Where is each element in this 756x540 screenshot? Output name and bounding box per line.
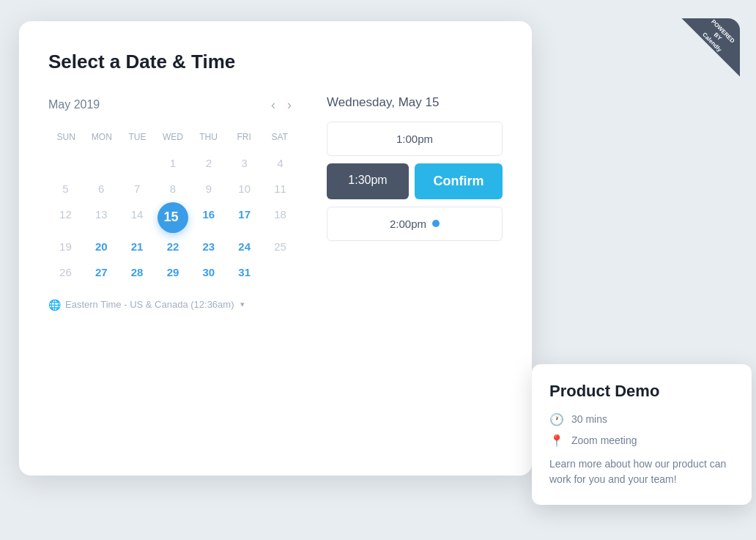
time-slot-1-30pm-selected[interactable]: 1:30pm <box>327 163 409 199</box>
demo-description: Learn more about how our product can wor… <box>549 456 734 487</box>
demo-location-row: 📍 Zoom meeting <box>549 434 734 448</box>
day-cell-11: 11 <box>263 177 297 201</box>
month-label: May 2019 <box>48 98 265 111</box>
day-cell-27[interactable]: 27 <box>84 260 119 284</box>
day-cell-18: 18 <box>263 202 297 233</box>
weekday-thu: THU <box>190 129 226 145</box>
day-cell-29[interactable]: 29 <box>156 260 190 284</box>
calendar-layout: May 2019 ‹ › SUN MON TUE WED THU FRI SAT <box>48 95 503 311</box>
day-cell-10: 10 <box>227 177 262 201</box>
calendar-left: May 2019 ‹ › SUN MON TUE WED THU FRI SAT <box>48 95 297 311</box>
slot-dot-indicator <box>432 220 440 227</box>
day-cell-empty <box>84 151 119 175</box>
demo-card: Product Demo 🕐 30 mins 📍 Zoom meeting Le… <box>532 364 752 505</box>
day-cell-22[interactable]: 22 <box>156 234 190 259</box>
demo-title: Product Demo <box>549 382 734 401</box>
weekday-mon: MON <box>84 129 120 145</box>
weekdays-row: SUN MON TUE WED THU FRI SAT <box>48 129 297 145</box>
timezone-dropdown-icon: ▾ <box>240 300 245 309</box>
day-cell-28[interactable]: 28 <box>120 260 155 284</box>
day-cell-23[interactable]: 23 <box>191 234 226 259</box>
calendar-right: Wednesday, May 15 1:00pm 1:30pm Confirm … <box>327 95 503 311</box>
day-cell-7: 7 <box>120 177 155 201</box>
day-cell-12: 12 <box>48 202 83 233</box>
timezone-row[interactable]: 🌐 Eastern Time - US & Canada (12:36am) ▾ <box>48 299 297 311</box>
day-cell-2: 2 <box>191 151 226 175</box>
globe-icon: 🌐 <box>48 299 61 311</box>
day-cell-5: 5 <box>48 177 83 201</box>
time-slots-list: 1:00pm 1:30pm Confirm 2:00pm <box>327 122 503 241</box>
day-cell-21[interactable]: 21 <box>120 234 155 259</box>
demo-duration: 30 mins <box>571 413 607 425</box>
day-cell-17[interactable]: 17 <box>227 202 262 233</box>
demo-location: Zoom meeting <box>571 434 637 446</box>
day-cell-25: 25 <box>263 234 297 259</box>
day-cell-empty-end <box>263 260 297 284</box>
day-cell-6: 6 <box>84 177 119 201</box>
time-slot-selected-row: 1:30pm Confirm <box>327 163 503 199</box>
calendly-badge: POWERED BYCalendly <box>681 18 740 77</box>
prev-month-button[interactable]: ‹ <box>265 95 281 114</box>
day-cell-24[interactable]: 24 <box>227 234 262 259</box>
time-slot-2pm[interactable]: 2:00pm <box>327 207 503 241</box>
weekday-fri: FRI <box>226 129 262 145</box>
day-cell-13: 13 <box>84 202 119 233</box>
day-cell-9: 9 <box>191 177 226 201</box>
day-cell-8: 8 <box>156 177 190 201</box>
day-cell-19: 19 <box>48 234 83 259</box>
day-cell-26: 26 <box>48 260 83 284</box>
demo-duration-row: 🕐 30 mins <box>549 413 734 426</box>
timezone-label: Eastern Time - US & Canada (12:36am) <box>65 299 234 310</box>
weekday-wed: WED <box>155 129 191 145</box>
day-cell-3: 3 <box>227 151 262 175</box>
day-cell-14: 14 <box>120 202 155 233</box>
day-cell-empty <box>120 151 155 175</box>
day-cell-1: 1 <box>156 151 190 175</box>
day-cell-empty <box>48 151 83 175</box>
calendar-header: May 2019 ‹ › <box>48 95 297 114</box>
calendar-card: Select a Date & Time May 2019 ‹ › SUN MO… <box>19 21 532 476</box>
days-grid: 1 2 3 4 5 6 7 8 9 10 11 12 13 14 15 <box>48 151 297 284</box>
day-cell-15-selected[interactable]: 15 <box>158 202 188 233</box>
page-title: Select a Date & Time <box>48 51 503 73</box>
selected-date-label: Wednesday, May 15 <box>327 95 503 110</box>
outer-container: POWERED BYCalendly Select a Date & Time … <box>19 21 737 519</box>
weekday-sun: SUN <box>48 129 84 145</box>
time-slot-1pm[interactable]: 1:00pm <box>327 122 503 156</box>
day-cell-4: 4 <box>263 151 297 175</box>
weekday-tue: TUE <box>119 129 155 145</box>
day-cell-16[interactable]: 16 <box>191 202 226 233</box>
clock-icon: 🕐 <box>549 413 564 426</box>
weekday-sat: SAT <box>262 129 297 145</box>
calendly-badge-text: POWERED BYCalendly <box>696 15 738 57</box>
location-icon: 📍 <box>549 434 564 448</box>
confirm-button[interactable]: Confirm <box>415 163 503 199</box>
time-slot-2pm-label: 2:00pm <box>390 218 426 230</box>
next-month-button[interactable]: › <box>281 95 297 114</box>
day-cell-30[interactable]: 30 <box>191 260 226 284</box>
day-cell-20[interactable]: 20 <box>84 234 119 259</box>
day-cell-31[interactable]: 31 <box>227 260 262 284</box>
